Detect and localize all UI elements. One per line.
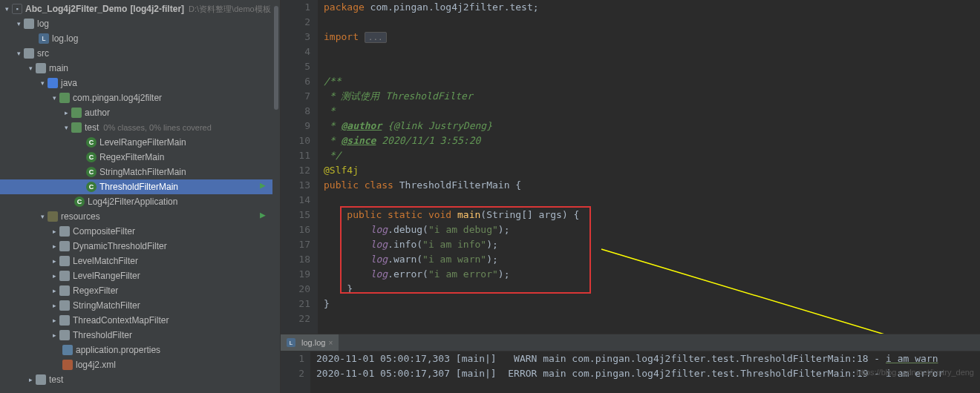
- tree-class-app[interactable]: C Log4j2FilterApplication: [0, 194, 280, 209]
- class-icon: C: [86, 152, 97, 162]
- bottom-tabs: L log.log ×: [281, 334, 980, 351]
- log-file-icon: L: [287, 338, 295, 347]
- tree-folder-main[interactable]: ▾ main: [0, 61, 280, 76]
- chevron-down-icon[interactable]: ▾: [27, 65, 34, 72]
- watermark: https://blog.csdn.net/justry_deng: [857, 368, 974, 377]
- scrollbar-thumb[interactable]: [274, 6, 278, 110]
- tree-file-log4j2xml[interactable]: log4j2.xml: [0, 357, 280, 372]
- xml-file-icon: [62, 360, 73, 370]
- run-gutter-icon[interactable]: ▶: [260, 208, 266, 222]
- folder-icon: [59, 285, 70, 296]
- chevron-right-icon[interactable]: ▸: [50, 302, 58, 309]
- run-gutter-icon[interactable]: ▶: [260, 178, 266, 193]
- tree-class-regex[interactable]: C RegexFilterMain: [0, 150, 280, 165]
- chevron-down-icon[interactable]: ▾: [15, 20, 22, 27]
- chevron-down-icon[interactable]: ▾: [39, 213, 46, 220]
- tree-folder-r5[interactable]: ▸RegexFilter: [0, 283, 280, 298]
- tree-folder-test2[interactable]: ▸test: [0, 372, 280, 387]
- tree-project-root[interactable]: ▾ ▪ Abc_Log4j2Filter_Demo [log4j2-filter…: [0, 1, 280, 16]
- chevron-right-icon[interactable]: ▸: [50, 331, 58, 339]
- package-icon: [71, 122, 82, 133]
- module-icon: ▪: [12, 4, 22, 14]
- chevron-down-icon[interactable]: ▾: [15, 50, 22, 57]
- chevron-right-icon[interactable]: ▸: [27, 376, 34, 383]
- project-tree-panel: ▾ ▪ Abc_Log4j2Filter_Demo [log4j2-filter…: [0, 0, 281, 393]
- close-icon[interactable]: ×: [328, 339, 333, 347]
- line-gutter[interactable]: 12345 678910 1112 ▶13 14 ▶15 16171819202…: [281, 0, 318, 334]
- tree-package[interactable]: ▾ com.pingan.log4j2filter: [0, 90, 280, 105]
- tree-class-levelrange[interactable]: C LevelRangeFilterMain: [0, 135, 280, 150]
- tab-loglog[interactable]: L log.log ×: [281, 334, 339, 351]
- chevron-right-icon[interactable]: ▸: [50, 228, 58, 235]
- folder-icon: [59, 226, 70, 237]
- class-icon: C: [86, 182, 97, 192]
- tree-file-loglog[interactable]: L log.log: [0, 31, 280, 46]
- folder-icon: [36, 63, 46, 73]
- source-folder-icon: [48, 78, 58, 88]
- chevron-right-icon[interactable]: ▸: [50, 317, 58, 324]
- class-icon: C: [74, 196, 85, 207]
- folder-icon: [59, 300, 70, 311]
- chevron-right-icon[interactable]: ▸: [50, 242, 58, 250]
- chevron-down-icon[interactable]: ▾: [50, 94, 58, 102]
- resources-folder-icon: [48, 211, 58, 222]
- tree-folder-r4[interactable]: ▸LevelRangeFilter: [0, 268, 280, 283]
- chevron-right-icon[interactable]: ▸: [50, 287, 58, 294]
- tree-class-stringmatch[interactable]: C StringMatchFilterMain: [0, 165, 280, 179]
- folder-icon: [59, 271, 70, 281]
- log-file-icon: L: [39, 33, 49, 44]
- package-icon: [71, 108, 82, 118]
- folder-icon: [24, 19, 34, 29]
- class-icon: C: [86, 137, 97, 148]
- fold-indicator[interactable]: ...: [365, 32, 387, 43]
- tree-package-author[interactable]: ▸ author: [0, 105, 280, 120]
- tree-folder-r6[interactable]: ▸StringMatchFilter: [0, 298, 280, 313]
- chevron-down-icon[interactable]: ▾: [62, 124, 70, 131]
- tree-folder-r8[interactable]: ▸ThresholdFilter: [0, 328, 280, 343]
- chevron-right-icon[interactable]: ▸: [50, 257, 58, 265]
- package-icon: [59, 93, 70, 103]
- tree-package-test[interactable]: ▾ test 0% classes, 0% lines covered: [0, 120, 280, 135]
- tree-folder-r7[interactable]: ▸ThreadContextMapFilter: [0, 313, 280, 328]
- chevron-down-icon[interactable]: ▾: [3, 5, 10, 13]
- folder-icon: [59, 315, 70, 326]
- tree-folder-src[interactable]: ▾ src: [0, 46, 280, 61]
- sidebar-scrollbar[interactable]: [272, 0, 280, 393]
- tree-file-appprops[interactable]: application.properties: [0, 343, 280, 357]
- tree-folder-r1[interactable]: ▸CompositeFilter: [0, 224, 280, 239]
- class-icon: C: [86, 167, 97, 177]
- tree-folder-resources[interactable]: ▾ resources: [0, 209, 280, 224]
- tree-folder-r3[interactable]: ▸LevelMatchFilter: [0, 254, 280, 268]
- properties-file-icon: [62, 345, 73, 355]
- chevron-right-icon[interactable]: ▸: [62, 109, 70, 116]
- console-gutter: 12: [281, 351, 310, 393]
- tab-label: log.log: [301, 338, 325, 347]
- chevron-down-icon[interactable]: ▾: [39, 79, 46, 87]
- editor-area: 12345 678910 1112 ▶13 14 ▶15 16171819202…: [281, 0, 980, 393]
- tree-folder-java[interactable]: ▾ java: [0, 76, 280, 90]
- folder-icon: [24, 48, 34, 59]
- folder-icon: [36, 374, 46, 385]
- tree-folder-r2[interactable]: ▸DynamicThresholdFilter: [0, 239, 280, 254]
- folder-icon: [59, 241, 70, 251]
- tree-class-threshold[interactable]: C ThresholdFilterMain: [0, 179, 280, 194]
- chevron-right-icon[interactable]: ▸: [50, 272, 58, 280]
- folder-icon: [59, 330, 70, 340]
- folder-icon: [59, 256, 70, 266]
- tree-folder-log[interactable]: ▾ log: [0, 16, 280, 31]
- code-editor[interactable]: package com.pingan.log4j2filter.test; im…: [318, 0, 980, 334]
